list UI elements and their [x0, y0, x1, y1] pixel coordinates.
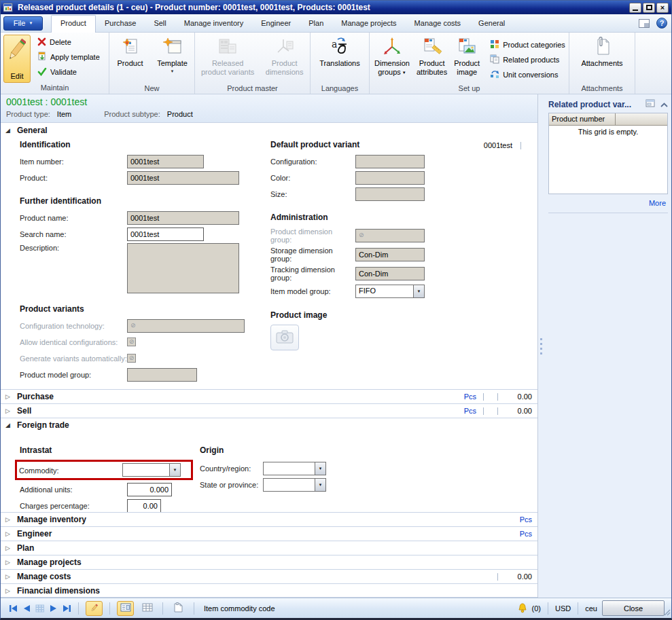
- product-number-column-header[interactable]: Product number: [549, 113, 616, 126]
- maximize-button[interactable]: [643, 3, 655, 13]
- tracking-dimension-group-label: Tracking dimension group:: [270, 265, 355, 282]
- dropdown-arrow-icon[interactable]: ▼: [315, 462, 326, 475]
- storage-dimension-group-field: [355, 248, 425, 261]
- close-form-button[interactable]: Close: [602, 600, 665, 616]
- more-link[interactable]: More: [548, 199, 666, 207]
- description-field: [127, 243, 239, 293]
- generate-variants-automatically-label: Generate variants automatically:: [20, 354, 127, 363]
- manage-inventory-unit: Pcs: [520, 515, 532, 524]
- next-record-button[interactable]: [50, 604, 58, 613]
- item-model-group-value[interactable]: FIFO: [355, 285, 413, 298]
- product-image-thumbnail-button[interactable]: [270, 325, 299, 350]
- attach-document-button[interactable]: [170, 601, 187, 616]
- product-image-ribbon-icon: [456, 36, 478, 58]
- color-field: [355, 171, 425, 185]
- attachments-button[interactable]: Attachments: [574, 35, 630, 84]
- dropdown-arrow-icon[interactable]: ▼: [413, 285, 425, 298]
- charges-percentage-field[interactable]: [127, 499, 161, 513]
- file-menu-button[interactable]: File ▼: [3, 16, 43, 31]
- minimize-button[interactable]: [629, 3, 641, 13]
- product-attributes-button[interactable]: Product attributes: [414, 35, 449, 84]
- previous-record-button[interactable]: [22, 604, 31, 613]
- help-icon[interactable]: ?: [656, 18, 667, 29]
- product-name-label: Product name:: [20, 213, 127, 222]
- section-header-manage-costs[interactable]: ▷ Manage costs 0.00: [1, 569, 537, 583]
- close-window-button[interactable]: ×: [656, 3, 669, 13]
- edit-button[interactable]: Edit: [3, 35, 31, 83]
- section-header-engineer[interactable]: ▷ Engineer Pcs: [1, 526, 537, 541]
- grid-view-button[interactable]: [139, 601, 156, 616]
- validate-button[interactable]: Validate: [35, 65, 103, 79]
- section-header-manage-projects[interactable]: ▷ Manage projects: [1, 555, 537, 569]
- open-in-window-icon[interactable]: [646, 99, 655, 109]
- section-header-manage-inventory[interactable]: ▷ Manage inventory Pcs: [1, 512, 537, 526]
- item-model-group-combo[interactable]: FIFO ▼: [355, 285, 425, 298]
- product-name-field: [127, 211, 239, 225]
- collapse-chevron-icon[interactable]: [660, 100, 668, 109]
- form-view-icon: [120, 603, 131, 613]
- section-header-general[interactable]: ◢ General: [1, 123, 537, 137]
- product-dimensions-icon: [274, 36, 296, 58]
- delete-button[interactable]: Delete: [35, 35, 103, 50]
- state-province-combo[interactable]: ▼: [263, 478, 326, 492]
- company-indicator[interactable]: ceu: [585, 604, 597, 613]
- collapsed-triangle-icon: ▷: [5, 559, 14, 566]
- origin-heading: Origin: [200, 445, 537, 455]
- section-header-purchase[interactable]: ▷ Purchase Pcs 0.00: [1, 389, 537, 403]
- first-record-button[interactable]: [9, 604, 18, 613]
- panel-splitter[interactable]: [538, 94, 544, 598]
- section-header-sell[interactable]: ▷ Sell Pcs 0.00: [1, 403, 537, 418]
- check-icon: [37, 67, 47, 77]
- tab-manage-projects[interactable]: Manage projects: [332, 15, 405, 32]
- search-name-field[interactable]: [127, 227, 204, 241]
- dimension-groups-button[interactable]: Dimension groups▼: [372, 35, 412, 84]
- dropdown-arrow-icon[interactable]: ▼: [315, 478, 326, 492]
- country-region-combo[interactable]: ▼: [263, 462, 326, 475]
- edit-mode-button[interactable]: [86, 601, 103, 616]
- grid-view-nav-button[interactable]: [35, 604, 45, 613]
- manage-costs-amount: 0.00: [505, 572, 532, 581]
- description-label: Description:: [20, 243, 127, 252]
- general-record-badge: 0001test: [484, 141, 512, 149]
- country-region-value[interactable]: [263, 462, 315, 475]
- tab-sell[interactable]: Sell: [145, 15, 175, 32]
- product-categories-button[interactable]: Product categories: [487, 37, 568, 52]
- notifications-bell-icon[interactable]: [518, 603, 527, 613]
- tab-product[interactable]: Product: [51, 15, 96, 33]
- tab-purchase[interactable]: Purchase: [96, 15, 145, 32]
- section-header-plan[interactable]: ▷ Plan: [1, 541, 537, 555]
- apply-template-button[interactable]: Apply template: [35, 50, 103, 65]
- commodity-combo[interactable]: ▼: [122, 463, 181, 477]
- resize-grip[interactable]: [662, 608, 671, 617]
- tab-general[interactable]: General: [470, 15, 514, 32]
- edit-button-label: Edit: [11, 72, 24, 80]
- commodity-label: Commodity:: [19, 466, 122, 475]
- section-header-foreign-trade[interactable]: ◢ Foreign trade: [1, 418, 537, 432]
- tab-manage-costs[interactable]: Manage costs: [406, 15, 470, 32]
- related-products-button[interactable]: Related products: [487, 52, 568, 67]
- released-product-variants-icon: [217, 36, 238, 58]
- paperclip-icon: [591, 36, 613, 58]
- unit-conversions-button[interactable]: Unit conversions: [487, 67, 568, 82]
- additional-units-field[interactable]: [127, 483, 172, 496]
- collapsed-triangle-icon: ▷: [5, 545, 14, 551]
- currency-indicator[interactable]: USD: [555, 604, 571, 613]
- last-record-button[interactable]: [63, 604, 71, 613]
- product-image-button[interactable]: Product image: [452, 35, 482, 84]
- tab-plan[interactable]: Plan: [300, 15, 332, 32]
- empty-marker-icon: ⊘: [359, 232, 364, 238]
- general-section-body: 0001test Identification Item number: Pro…: [1, 137, 537, 389]
- new-product-icon: [120, 36, 141, 58]
- sell-amount: 0.00: [505, 407, 532, 415]
- new-product-button[interactable]: Product: [113, 35, 148, 84]
- dropdown-arrow-icon[interactable]: ▼: [169, 463, 181, 477]
- new-template-button[interactable]: Template ▼: [154, 35, 192, 84]
- translations-button[interactable]: a Translations: [314, 35, 366, 84]
- tab-engineer[interactable]: Engineer: [252, 15, 300, 32]
- tab-manage-inventory[interactable]: Manage inventory: [175, 15, 252, 32]
- state-province-value[interactable]: [263, 478, 315, 492]
- form-view-button[interactable]: [117, 601, 134, 616]
- commodity-value[interactable]: [122, 463, 169, 477]
- section-header-financial-dimensions[interactable]: ▷ Financial dimensions: [1, 583, 537, 598]
- layout-pane-icon[interactable]: [639, 19, 650, 28]
